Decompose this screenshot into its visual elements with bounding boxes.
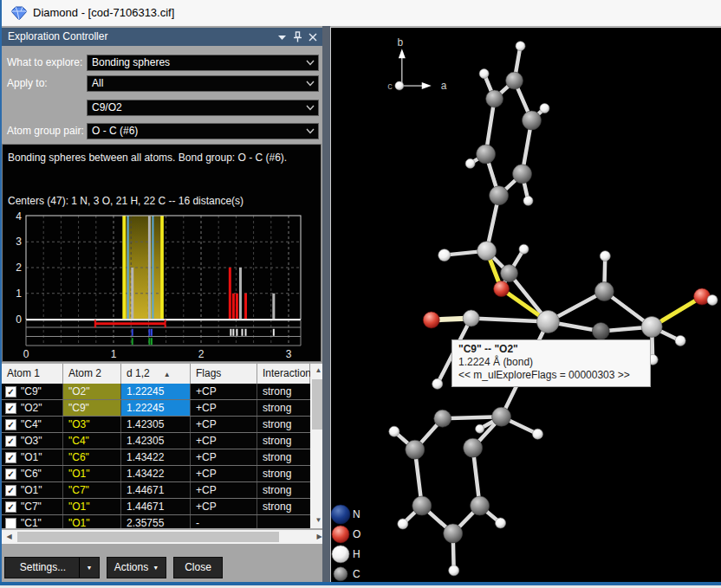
atom-c[interactable]	[486, 90, 503, 107]
legend-sphere-o	[332, 526, 349, 543]
column-header-d-1-2[interactable]: d 1,2▲	[121, 364, 191, 384]
distance-cell: 1.22245	[121, 400, 191, 416]
atom-o[interactable]	[494, 281, 510, 297]
table-header: Atom 1Atom 2d 1,2▲FlagsInteraction	[2, 364, 310, 384]
atom-h[interactable]	[516, 42, 525, 51]
atom-l[interactable]	[477, 242, 497, 261]
row-checkbox[interactable]: ✓	[5, 501, 16, 513]
column-header-interaction[interactable]: Interaction	[257, 364, 310, 384]
settings-split-caret[interactable]: ▼	[79, 558, 99, 578]
close-button[interactable]: Close	[173, 557, 223, 578]
atom-h[interactable]	[519, 244, 529, 254]
row-checkbox[interactable]: ✓	[5, 452, 16, 463]
table-row[interactable]: "C1""O1"2.35755-	[2, 515, 310, 528]
structure-viewer-pane[interactable]: bacNOHC "C9" -- "O2" 1.2224 Å (bond) << …	[330, 27, 721, 582]
atom-h[interactable]	[465, 158, 475, 168]
atom-c[interactable]	[594, 282, 614, 301]
actions-button[interactable]: Actions▼	[107, 557, 166, 578]
atom-h[interactable]	[496, 518, 506, 528]
atom1-cell: ✓"O2"	[2, 400, 63, 416]
pin-icon[interactable]	[293, 31, 302, 42]
atom-c[interactable]	[477, 145, 496, 164]
atom-o[interactable]	[423, 312, 439, 328]
combo-what-to-explore[interactable]: Bonding spheres	[87, 55, 319, 71]
atom-h[interactable]	[438, 249, 451, 262]
close-icon[interactable]	[309, 33, 317, 42]
field-row-atom-pair: C9/O2	[2, 100, 322, 116]
distance-histogram[interactable]: 432100123	[3, 145, 322, 363]
bond[interactable]	[471, 318, 549, 321]
atom-h[interactable]	[707, 295, 718, 306]
combo-atom-group-pair[interactable]: O - C (#6)	[87, 123, 319, 139]
row-checkbox[interactable]: ✓	[5, 436, 16, 447]
svg-text:3: 3	[286, 348, 292, 360]
flags-cell: +CP	[191, 449, 257, 465]
interaction-cell: strong	[257, 499, 310, 514]
atom-l[interactable]	[463, 310, 479, 326]
atom-c[interactable]	[471, 496, 490, 515]
row-checkbox[interactable]: ✓	[5, 386, 16, 397]
table-row[interactable]: ✓"O2""C9"1.22245+CPstrong	[2, 400, 310, 417]
panel-splitter[interactable]	[322, 26, 330, 582]
hscroll-thumb[interactable]	[17, 532, 279, 542]
atom-h[interactable]	[389, 426, 399, 436]
panel-menu-chevron-icon[interactable]	[277, 34, 287, 41]
atom-c[interactable]	[506, 72, 523, 89]
atom-h[interactable]	[432, 378, 443, 389]
row-checkbox[interactable]: ✓	[5, 485, 16, 496]
atom-c[interactable]	[523, 111, 542, 130]
combo-value-what-to-explore: Bonding spheres	[92, 55, 170, 70]
axis-label-a: a	[441, 80, 447, 92]
atom-h[interactable]	[540, 104, 549, 113]
table-row[interactable]: ✓"C7""O1"1.44671+CPstrong	[2, 499, 310, 515]
atom-c[interactable]	[490, 186, 509, 205]
atom-c[interactable]	[492, 407, 511, 426]
table-row[interactable]: ✓"O1""C7"1.44671+CPstrong	[2, 482, 310, 499]
combo-apply-to[interactable]: All	[87, 75, 319, 92]
atom-c[interactable]	[501, 265, 518, 282]
column-header-atom-1[interactable]: Atom 1	[2, 364, 63, 384]
atom-c[interactable]	[513, 165, 532, 184]
atom-h[interactable]	[398, 519, 408, 529]
table-row[interactable]: ✓"C6""O1"1.43422+CPstrong	[2, 466, 310, 482]
interaction-cell: strong	[257, 400, 310, 416]
column-header-atom-2[interactable]: Atom 2	[63, 364, 121, 384]
row-checkbox[interactable]: ✓	[5, 403, 16, 414]
row-checkbox[interactable]	[5, 518, 16, 528]
tooltip-bond-length: 1.2224 Å (bond)	[458, 356, 644, 369]
table-row[interactable]: ✓"C9""O2"1.22245+CPstrong	[2, 384, 310, 400]
diamond-app-icon	[10, 6, 28, 21]
bond-tooltip: "C9" -- "O2" 1.2224 Å (bond) << m_ulExpl…	[451, 339, 651, 387]
settings-button[interactable]: Settings... ▼	[4, 557, 100, 578]
atom-h[interactable]	[523, 196, 533, 205]
atom-d[interactable]	[592, 322, 609, 339]
scroll-left-button[interactable]: ◀	[2, 530, 16, 544]
table-row[interactable]: ✓"O3""C4"1.42305+CPstrong	[2, 433, 310, 449]
atom-h[interactable]	[476, 424, 484, 433]
atom-l[interactable]	[641, 316, 662, 337]
table-horizontal-scrollbar[interactable]: ◀ ▶	[2, 530, 327, 544]
atom-h[interactable]	[675, 335, 685, 346]
atom-h[interactable]	[532, 429, 542, 439]
atom-c[interactable]	[434, 410, 451, 427]
atom-h[interactable]	[479, 69, 489, 79]
atom-c[interactable]	[406, 440, 425, 459]
table-row[interactable]: ✓"O1""C6"1.43422+CPstrong	[2, 449, 310, 466]
atom-c[interactable]	[444, 524, 463, 543]
row-checkbox[interactable]: ✓	[5, 419, 16, 430]
field-label-atom-group-pair: Atom group pair:	[7, 123, 84, 139]
atom-c[interactable]	[412, 496, 432, 515]
atom-c[interactable]	[464, 438, 483, 457]
table-row[interactable]: ✓"C4""O3"1.42305+CPstrong	[2, 417, 310, 433]
titlebar: Diamond - [cod-7106313.cif]	[2, 0, 721, 26]
interaction-cell: strong	[257, 449, 310, 465]
column-header-flags[interactable]: Flags	[191, 364, 257, 384]
window-title: Diamond - [cod-7106313.cif]	[33, 0, 174, 26]
atom-l[interactable]	[536, 310, 559, 333]
atom-h[interactable]	[600, 251, 610, 262]
atom-h[interactable]	[449, 565, 459, 576]
interaction-cell: strong	[257, 482, 310, 498]
structure-viewer[interactable]: bacNOHC	[331, 28, 721, 582]
row-checkbox[interactable]: ✓	[5, 468, 16, 480]
combo-atom-pair[interactable]: C9/O2	[87, 100, 319, 116]
